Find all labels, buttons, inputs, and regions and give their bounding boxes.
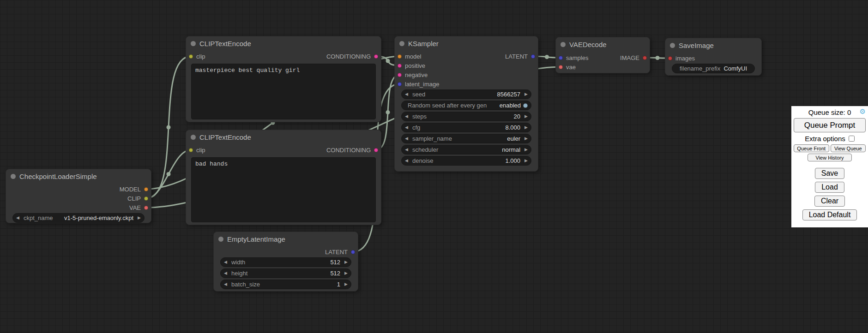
decrement-arrow-icon[interactable]: ◀ [405,125,408,130]
model-slot-dot[interactable] [144,187,148,191]
collapse-dot-icon[interactable] [191,41,196,46]
increment-arrow-icon[interactable]: ▶ [344,260,348,264]
output-slot-conditioning: CONDITIONING [326,147,381,154]
queue-size-row: Queue size: 0 ⚙ [794,107,866,117]
increment-arrow-icon[interactable]: ▶ [524,148,528,152]
input-slot-negative: negative [395,71,428,78]
node-empty-latent-image[interactable]: EmptyLatentImage LATENT ◀ width 512 ▶ ◀ … [213,232,358,291]
input-slot-vae: vae [556,64,576,71]
node-title-bar[interactable]: KSampler [395,36,538,50]
collapse-dot-icon[interactable] [218,237,223,242]
input-slot-clip: clip [186,147,205,154]
node-title-bar[interactable]: CLIPTextEncode [186,130,381,144]
width-widget[interactable]: ◀ width 512 ▶ [220,257,351,267]
denoise-widget[interactable]: ◀ denoise 1.000 ▶ [401,156,531,166]
decrement-arrow-icon[interactable]: ◀ [16,216,19,220]
settings-gear-icon[interactable]: ⚙ [860,108,866,115]
node-title: KSampler [408,40,439,48]
decrement-arrow-icon[interactable]: ◀ [224,271,227,275]
node-title-bar[interactable]: SaveImage [665,38,761,52]
collapse-dot-icon[interactable] [670,43,675,48]
collapse-dot-icon[interactable] [11,174,16,179]
decrement-arrow-icon[interactable]: ◀ [405,92,408,96]
decrement-arrow-icon[interactable]: ◀ [405,148,408,152]
node-vae-decode[interactable]: VAEDecode samples IMAGE vae [555,37,650,73]
node-clip-text-encode-negative[interactable]: CLIPTextEncode clip CONDITIONING bad han… [186,130,381,225]
scheduler-widget[interactable]: ◀ scheduler normal ▶ [401,145,531,155]
toggle-enabled-dot[interactable] [523,103,528,108]
increment-arrow-icon[interactable]: ▶ [524,114,528,119]
input-slot-positive: positive [395,62,425,69]
increment-arrow-icon[interactable]: ▶ [524,92,528,96]
save-button[interactable]: Save [815,168,844,179]
load-button[interactable]: Load [815,182,844,193]
node-title: CheckpointLoaderSimple [19,172,97,180]
decrement-arrow-icon[interactable]: ◀ [405,159,408,163]
increment-arrow-icon[interactable]: ▶ [344,271,348,275]
node-title-bar[interactable]: CheckpointLoaderSimple [6,169,151,183]
clip-slot-dot[interactable] [144,196,148,201]
extra-options-row: Extra options [805,135,855,143]
filename-prefix-widget[interactable]: filename_prefix ComfyUI [672,64,755,73]
output-slot-conditioning: CONDITIONING [326,53,381,60]
vae-slot-dot[interactable] [144,206,148,210]
increment-arrow-icon[interactable]: ▶ [138,216,141,220]
node-title: SaveImage [679,42,714,49]
conditioning-slot-dot[interactable] [398,64,402,68]
positive-prompt-textarea[interactable]: masterpiece best quality girl [191,64,376,119]
decrement-arrow-icon[interactable]: ◀ [405,137,408,141]
collapse-dot-icon[interactable] [191,135,196,140]
view-queue-button[interactable]: View Queue [831,144,866,152]
decrement-arrow-icon[interactable]: ◀ [224,282,227,286]
clip-slot-dot[interactable] [189,54,193,59]
decrement-arrow-icon[interactable]: ◀ [405,114,408,119]
image-slot-dot[interactable] [643,56,647,60]
collapse-dot-icon[interactable] [399,41,404,46]
negative-prompt-textarea[interactable]: bad hands [191,157,376,222]
cfg-widget[interactable]: ◀ cfg 8.000 ▶ [401,123,531,132]
node-clip-text-encode-positive[interactable]: CLIPTextEncode clip CONDITIONING masterp… [186,36,381,122]
extra-options-checkbox[interactable] [849,136,855,142]
queue-front-button[interactable]: Queue Front [794,144,829,152]
increment-arrow-icon[interactable]: ▶ [344,282,348,286]
node-title-bar[interactable]: EmptyLatentImage [214,232,358,246]
node-ksampler[interactable]: KSampler model LATENT positive negative … [394,36,538,172]
node-save-image[interactable]: SaveImage images filename_prefix ComfyUI [665,38,762,76]
seed-widget[interactable]: ◀ seed 8566257 ▶ [401,89,531,99]
queue-prompt-button[interactable]: Queue Prompt [794,118,866,132]
latent-slot-dot[interactable] [398,82,402,86]
node-title: CLIPTextEncode [199,40,251,48]
decrement-arrow-icon[interactable]: ◀ [224,260,227,264]
load-default-button[interactable]: Load Default [802,209,857,220]
node-title-bar[interactable]: CLIPTextEncode [186,36,381,50]
collapse-dot-icon[interactable] [561,42,566,47]
node-title: EmptyLatentImage [227,235,285,243]
batch-size-widget[interactable]: ◀ batch_size 1 ▶ [220,279,351,289]
increment-arrow-icon[interactable]: ▶ [524,159,528,163]
node-title-bar[interactable]: VAEDecode [556,37,650,51]
height-widget[interactable]: ◀ height 512 ▶ [220,268,351,278]
increment-arrow-icon[interactable]: ▶ [524,137,528,141]
comfyui-canvas: { "colors": { "wire": "#99aa99", "slot":… [0,0,868,333]
clip-slot-dot[interactable] [189,148,193,152]
ckpt-name-widget[interactable]: ◀ ckpt_name v1-5-pruned-emaonly.ckpt ▶ [12,213,145,223]
steps-widget[interactable]: ◀ steps 20 ▶ [401,112,531,121]
latent-slot-dot[interactable] [559,56,563,60]
input-slot-images: images [665,55,695,62]
view-history-button[interactable]: View History [808,154,852,161]
vae-slot-dot[interactable] [559,65,563,69]
clear-button[interactable]: Clear [814,196,845,207]
conditioning-slot-dot[interactable] [374,54,378,59]
sampler-name-widget[interactable]: ◀ sampler_name euler ▶ [401,134,531,143]
node-title: CLIPTextEncode [199,133,251,141]
conditioning-slot-dot[interactable] [374,148,378,152]
node-title: VAEDecode [569,41,607,48]
node-checkpoint-loader-simple[interactable]: CheckpointLoaderSimple MODEL CLIP VAE ◀ … [6,169,151,223]
image-slot-dot[interactable] [668,56,672,60]
random-seed-toggle-widget[interactable]: Random seed after every gen enabled [401,101,531,110]
model-slot-dot[interactable] [398,54,402,59]
increment-arrow-icon[interactable]: ▶ [524,125,528,130]
conditioning-slot-dot[interactable] [398,73,402,77]
latent-slot-dot[interactable] [351,250,355,254]
latent-slot-dot[interactable] [531,54,535,59]
